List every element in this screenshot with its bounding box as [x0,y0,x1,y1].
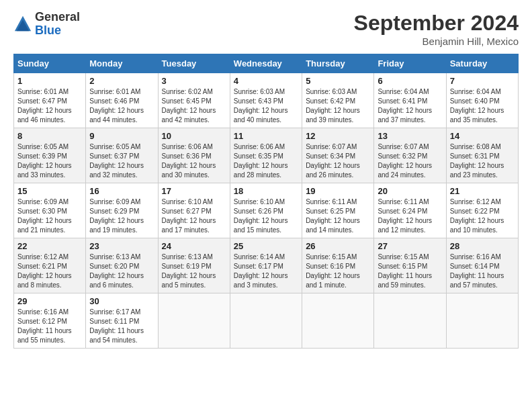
day-number: 11 [234,131,298,141]
header-tuesday: Tuesday [158,54,230,73]
table-row: 16Sunrise: 6:09 AMSunset: 6:29 PMDayligh… [86,183,158,238]
day-info: Sunrise: 6:05 AMSunset: 6:37 PMDaylight:… [89,142,154,180]
table-row: 25Sunrise: 6:14 AMSunset: 6:17 PMDayligh… [230,238,302,293]
table-row: 23Sunrise: 6:13 AMSunset: 6:20 PMDayligh… [86,238,158,293]
day-number: 17 [162,186,226,196]
day-info: Sunrise: 6:12 AMSunset: 6:22 PMDaylight:… [450,197,515,235]
weekday-header-row: Sunday Monday Tuesday Wednesday Thursday… [14,54,519,73]
page: General Blue September 2024 Benjamin Hil… [0,0,532,411]
day-info: Sunrise: 6:10 AMSunset: 6:26 PMDaylight:… [234,197,298,235]
day-number: 28 [450,241,515,251]
day-number: 12 [306,131,370,141]
logo-text: General Blue [35,11,80,38]
table-row [446,293,518,349]
day-info: Sunrise: 6:15 AMSunset: 6:16 PMDaylight:… [306,253,370,290]
day-info: Sunrise: 6:16 AMSunset: 6:12 PMDaylight:… [17,308,82,345]
day-info: Sunrise: 6:15 AMSunset: 6:15 PMDaylight:… [378,253,442,290]
table-row: 26Sunrise: 6:15 AMSunset: 6:16 PMDayligh… [302,238,374,293]
table-row [302,293,374,349]
table-row: 24Sunrise: 6:13 AMSunset: 6:19 PMDayligh… [158,238,230,293]
logo-blue: Blue [35,24,80,38]
table-row: 18Sunrise: 6:10 AMSunset: 6:26 PMDayligh… [230,183,302,238]
day-info: Sunrise: 6:01 AMSunset: 6:46 PMDaylight:… [89,87,154,125]
day-info: Sunrise: 6:11 AMSunset: 6:24 PMDaylight:… [378,197,442,235]
day-number: 29 [17,296,82,306]
day-number: 8 [17,131,82,141]
calendar-week-row: 8Sunrise: 6:05 AMSunset: 6:39 PMDaylight… [14,128,519,183]
table-row: 28Sunrise: 6:16 AMSunset: 6:14 PMDayligh… [446,238,518,293]
day-info: Sunrise: 6:06 AMSunset: 6:36 PMDaylight:… [162,142,226,180]
day-number: 7 [450,76,515,86]
day-number: 24 [162,241,226,251]
table-row: 12Sunrise: 6:07 AMSunset: 6:34 PMDayligh… [302,128,374,183]
location: Benjamin Hill, Mexico [354,36,519,47]
day-info: Sunrise: 6:09 AMSunset: 6:29 PMDaylight:… [89,197,154,235]
day-number: 16 [89,186,154,196]
month-title: September 2024 [354,11,519,36]
day-info: Sunrise: 6:04 AMSunset: 6:41 PMDaylight:… [378,87,442,125]
table-row: 11Sunrise: 6:06 AMSunset: 6:35 PMDayligh… [230,128,302,183]
table-row: 30Sunrise: 6:17 AMSunset: 6:11 PMDayligh… [86,293,158,349]
day-info: Sunrise: 6:11 AMSunset: 6:25 PMDaylight:… [306,197,370,235]
day-number: 27 [378,241,442,251]
day-info: Sunrise: 6:09 AMSunset: 6:30 PMDaylight:… [17,197,82,235]
calendar-table: Sunday Monday Tuesday Wednesday Thursday… [13,54,519,349]
table-row: 15Sunrise: 6:09 AMSunset: 6:30 PMDayligh… [14,183,86,238]
day-info: Sunrise: 6:10 AMSunset: 6:27 PMDaylight:… [162,197,226,235]
table-row: 10Sunrise: 6:06 AMSunset: 6:36 PMDayligh… [158,128,230,183]
day-info: Sunrise: 6:17 AMSunset: 6:11 PMDaylight:… [89,308,154,345]
logo-icon [13,15,32,34]
calendar-week-row: 1Sunrise: 6:01 AMSunset: 6:47 PMDaylight… [14,73,519,128]
day-number: 6 [378,76,442,86]
header-monday: Monday [86,54,158,73]
header-wednesday: Wednesday [230,54,302,73]
day-number: 26 [306,241,370,251]
calendar-week-row: 22Sunrise: 6:12 AMSunset: 6:21 PMDayligh… [14,238,519,293]
table-row: 4Sunrise: 6:03 AMSunset: 6:43 PMDaylight… [230,73,302,128]
day-number: 19 [306,186,370,196]
day-info: Sunrise: 6:05 AMSunset: 6:39 PMDaylight:… [17,142,82,180]
day-info: Sunrise: 6:02 AMSunset: 6:45 PMDaylight:… [162,87,226,125]
day-info: Sunrise: 6:16 AMSunset: 6:14 PMDaylight:… [450,253,515,290]
day-number: 25 [234,241,298,251]
day-info: Sunrise: 6:13 AMSunset: 6:20 PMDaylight:… [89,253,154,290]
day-info: Sunrise: 6:01 AMSunset: 6:47 PMDaylight:… [17,87,82,125]
table-row: 7Sunrise: 6:04 AMSunset: 6:40 PMDaylight… [446,73,518,128]
day-info: Sunrise: 6:04 AMSunset: 6:40 PMDaylight:… [450,87,515,125]
day-number: 5 [306,76,370,86]
table-row: 27Sunrise: 6:15 AMSunset: 6:15 PMDayligh… [374,238,446,293]
table-row [158,293,230,349]
header-saturday: Saturday [446,54,518,73]
day-number: 18 [234,186,298,196]
table-row: 3Sunrise: 6:02 AMSunset: 6:45 PMDaylight… [158,73,230,128]
table-row: 6Sunrise: 6:04 AMSunset: 6:41 PMDaylight… [374,73,446,128]
day-number: 4 [234,76,298,86]
table-row: 19Sunrise: 6:11 AMSunset: 6:25 PMDayligh… [302,183,374,238]
calendar-body: 1Sunrise: 6:01 AMSunset: 6:47 PMDaylight… [14,73,519,349]
day-info: Sunrise: 6:03 AMSunset: 6:43 PMDaylight:… [234,87,298,125]
day-info: Sunrise: 6:06 AMSunset: 6:35 PMDaylight:… [234,142,298,180]
calendar-week-row: 15Sunrise: 6:09 AMSunset: 6:30 PMDayligh… [14,183,519,238]
day-number: 2 [89,76,154,86]
day-info: Sunrise: 6:14 AMSunset: 6:17 PMDaylight:… [234,253,298,290]
day-info: Sunrise: 6:12 AMSunset: 6:21 PMDaylight:… [17,253,82,290]
table-row: 14Sunrise: 6:08 AMSunset: 6:31 PMDayligh… [446,128,518,183]
day-info: Sunrise: 6:07 AMSunset: 6:32 PMDaylight:… [378,142,442,180]
header-sunday: Sunday [14,54,86,73]
logo-general: General [35,11,80,24]
table-row: 5Sunrise: 6:03 AMSunset: 6:42 PMDaylight… [302,73,374,128]
table-row: 17Sunrise: 6:10 AMSunset: 6:27 PMDayligh… [158,183,230,238]
title-block: September 2024 Benjamin Hill, Mexico [354,11,519,47]
day-info: Sunrise: 6:13 AMSunset: 6:19 PMDaylight:… [162,253,226,290]
table-row: 13Sunrise: 6:07 AMSunset: 6:32 PMDayligh… [374,128,446,183]
day-number: 13 [378,131,442,141]
header-friday: Friday [374,54,446,73]
day-number: 23 [89,241,154,251]
day-number: 1 [17,76,82,86]
day-info: Sunrise: 6:03 AMSunset: 6:42 PMDaylight:… [306,87,370,125]
header: General Blue September 2024 Benjamin Hil… [13,11,519,47]
day-number: 15 [17,186,82,196]
day-number: 10 [162,131,226,141]
day-number: 22 [17,241,82,251]
table-row: 1Sunrise: 6:01 AMSunset: 6:47 PMDaylight… [14,73,86,128]
